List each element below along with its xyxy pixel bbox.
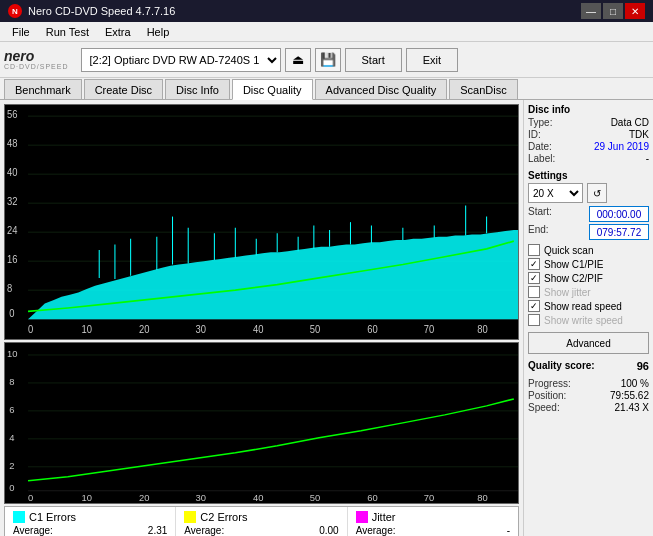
settings-refresh-button[interactable]: ↺ [587,183,607,203]
date-label: Date: [528,141,552,152]
chart-c1: 56 48 40 32 24 16 8 0 0 10 20 [4,104,519,340]
show-jitter-checkbox[interactable] [528,286,540,298]
svg-text:60: 60 [367,493,377,503]
window-controls[interactable]: — □ ✕ [581,3,645,19]
chart-c1-svg: 56 48 40 32 24 16 8 0 0 10 20 [5,105,518,339]
jitter-color-swatch [356,511,368,523]
svg-text:48: 48 [7,138,17,149]
close-button[interactable]: ✕ [625,3,645,19]
svg-text:40: 40 [253,323,264,334]
end-label: End: [528,224,549,240]
speed-label: Speed: [528,402,560,413]
end-input[interactable] [589,224,649,240]
advanced-button[interactable]: Advanced [528,332,649,354]
svg-text:50: 50 [310,493,320,503]
svg-text:0: 0 [9,483,14,493]
jitter-label: Jitter [372,511,396,523]
start-button[interactable]: Start [345,48,402,72]
svg-text:20: 20 [139,323,150,334]
drive-selector[interactable]: [2:2] Optiarc DVD RW AD-7240S 1.04 [81,48,281,72]
show-c1-pie-checkbox[interactable] [528,258,540,270]
c1-label: C1 Errors [29,511,76,523]
svg-text:60: 60 [367,323,378,334]
menu-bar: File Run Test Extra Help [0,22,653,42]
menu-file[interactable]: File [4,24,38,40]
svg-text:8: 8 [7,283,12,294]
quick-scan-checkbox[interactable] [528,244,540,256]
svg-text:0: 0 [9,308,15,319]
tab-bar: Benchmark Create Disc Disc Info Disc Qua… [0,78,653,100]
svg-text:80: 80 [477,493,487,503]
show-c2-pif-checkbox[interactable] [528,272,540,284]
app-icon: N [8,4,22,18]
svg-text:30: 30 [196,323,207,334]
svg-text:50: 50 [310,323,321,334]
c2-color-swatch [184,511,196,523]
tab-benchmark[interactable]: Benchmark [4,79,82,99]
svg-text:56: 56 [7,109,17,120]
main-content: 56 48 40 32 24 16 8 0 0 10 20 [0,100,653,536]
svg-text:0: 0 [28,323,34,334]
menu-extra[interactable]: Extra [97,24,139,40]
maximize-button[interactable]: □ [603,3,623,19]
svg-text:80: 80 [477,323,488,334]
menu-run-test[interactable]: Run Test [38,24,97,40]
right-panel: Disc info Type: Data CD ID: TDK Date: 29… [523,100,653,536]
legend-c1: C1 Errors Average: 2.31 Maximum: 26 Tota… [5,507,176,536]
date-value: 29 Jun 2019 [594,141,649,152]
quality-section: Quality score: 96 [528,360,649,372]
svg-text:0: 0 [28,493,33,503]
disc-label-value: - [646,153,649,164]
nero-logo: nero CD·DVD/SPEED [4,49,69,70]
svg-text:24: 24 [7,225,18,236]
speed-value: 21.43 X [615,402,649,413]
disc-info-section: Disc info Type: Data CD ID: TDK Date: 29… [528,104,649,164]
jitter-avg-value: - [507,525,510,536]
quick-scan-label: Quick scan [544,245,593,256]
legend-jitter: Jitter Average: - Maximum: - [348,507,518,536]
position-value: 79:55.62 [610,390,649,401]
disc-label-label: Label: [528,153,555,164]
c1-avg-label: Average: [13,525,53,536]
progress-label: Progress: [528,378,571,389]
svg-text:4: 4 [9,433,14,443]
title-text: Nero CD-DVD Speed 4.7.7.16 [28,5,175,17]
svg-text:10: 10 [7,349,17,359]
svg-text:8: 8 [9,377,14,387]
svg-rect-46 [5,343,518,503]
progress-section: Progress: 100 % Position: 79:55.62 Speed… [528,378,649,413]
svg-text:6: 6 [9,405,14,415]
tab-disc-info[interactable]: Disc Info [165,79,230,99]
tab-disc-quality[interactable]: Disc Quality [232,79,313,100]
minimize-button[interactable]: — [581,3,601,19]
exit-button[interactable]: Exit [406,48,458,72]
show-read-speed-checkbox[interactable] [528,300,540,312]
c2-avg-value: 0.00 [319,525,338,536]
progress-value: 100 % [621,378,649,389]
save-button[interactable]: 💾 [315,48,341,72]
svg-text:10: 10 [81,323,92,334]
menu-help[interactable]: Help [139,24,178,40]
legend: C1 Errors Average: 2.31 Maximum: 26 Tota… [4,506,519,536]
charts-area: 56 48 40 32 24 16 8 0 0 10 20 [0,100,523,536]
show-read-speed-label: Show read speed [544,301,622,312]
tab-scan-disc[interactable]: ScanDisc [449,79,517,99]
speed-selector[interactable]: 20 X 8 X 16 X 40 X Max [528,183,583,203]
eject-button[interactable]: ⏏ [285,48,311,72]
tab-advanced-disc-quality[interactable]: Advanced Disc Quality [315,79,448,99]
disc-info-title: Disc info [528,104,649,115]
start-input[interactable] [589,206,649,222]
svg-text:10: 10 [81,493,91,503]
legend-c2: C2 Errors Average: 0.00 Maximum: 0 Total… [176,507,347,536]
quality-score-value: 96 [637,360,649,372]
jitter-avg-label: Average: [356,525,396,536]
svg-text:30: 30 [196,493,206,503]
show-c2-pif-label: Show C2/PIF [544,273,603,284]
svg-text:70: 70 [424,323,435,334]
show-write-speed-checkbox[interactable] [528,314,540,326]
id-label: ID: [528,129,541,140]
tab-create-disc[interactable]: Create Disc [84,79,163,99]
title-bar: N Nero CD-DVD Speed 4.7.7.16 — □ ✕ [0,0,653,22]
show-jitter-label: Show jitter [544,287,591,298]
c1-avg-value: 2.31 [148,525,167,536]
